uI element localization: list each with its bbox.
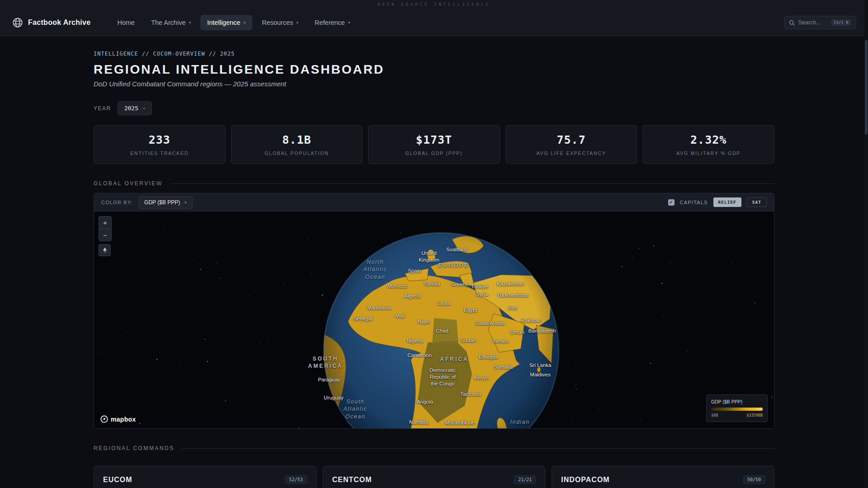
nav-item-reference[interactable]: Reference ▾ (308, 15, 357, 30)
globe-map (94, 211, 774, 428)
main-content: INTELLIGENCE // COCOM-OVERVIEW // 2025 R… (94, 36, 774, 488)
brand-name: Factbook Archive (28, 19, 90, 27)
command-name: EUCOM (103, 476, 132, 484)
chevron-down-icon: ▾ (296, 20, 298, 25)
legend-max: $33590B (746, 413, 763, 418)
brand[interactable]: Factbook Archive (12, 17, 90, 28)
globe-logo-icon (12, 17, 24, 28)
search-input[interactable]: Search... Ctrl K (784, 16, 856, 29)
stat-card-gdp: $173T GLOBAL GDP (PPP) (368, 125, 500, 164)
chevron-down-icon: ▾ (348, 20, 350, 25)
page-title: REGIONAL INTELLIGENCE DASHBOARD (94, 62, 774, 77)
scrollbar-thumb[interactable] (865, 40, 868, 135)
map-panel: COLOR BY: GDP ($B PPP) ▾ ✓ CAPITALS RELI… (94, 193, 774, 429)
relief-button[interactable]: RELIEF (713, 197, 741, 207)
command-card-centcom[interactable]: CENTCOM 21/21 MIDDLE EAST & CENTRAL ASIA… (323, 466, 546, 488)
zoom-in-button[interactable]: + (99, 216, 111, 229)
main-nav: Home The Archive ▾ Intelligence ▾ Resour… (110, 15, 357, 30)
capitals-label: CAPITALS (680, 200, 708, 205)
stats-grid: 233 ENTITIES TRACKED 8.1B GLOBAL POPULAT… (94, 125, 774, 164)
overline-text: OPEN SOURCE INTELLIGENCE (12, 2, 856, 9)
year-label: YEAR (94, 105, 111, 112)
nav-item-resources[interactable]: Resources ▾ (255, 15, 305, 30)
stat-card-military-gdp: 2.32% AVG MILITARY % GDP (642, 125, 774, 164)
regional-commands-grid: EUCOM 52/53 EUROPE & EURASIA 844M POPULA… (94, 466, 774, 488)
command-badge: 50/50 (743, 475, 765, 484)
capitals-checkbox[interactable]: ✓ (668, 199, 675, 206)
search-placeholder: Search... (798, 19, 821, 26)
map-canvas[interactable]: SvalbardUnited KingdomEUROPENorth Atlant… (94, 211, 774, 428)
legend-min: $0B (711, 413, 718, 418)
nav-item-home[interactable]: Home (110, 15, 142, 30)
nav-item-the-archive[interactable]: The Archive ▾ (144, 15, 198, 30)
compass-icon (102, 247, 108, 253)
legend-title: GDP ($B PPP) (711, 399, 763, 404)
sat-button[interactable]: SAT (747, 197, 767, 207)
page-subtitle: DoD Unified Combatant Command regions — … (94, 80, 774, 88)
section-divider (170, 183, 774, 184)
stat-card-entities: 233 ENTITIES TRACKED (94, 125, 226, 164)
chevron-down-icon: ▾ (244, 20, 246, 25)
year-select[interactable]: 2025 ▾ (118, 101, 152, 115)
mapbox-icon (100, 415, 108, 423)
stat-card-population: 8.1B GLOBAL POPULATION (231, 125, 363, 164)
map-zoom-controls: + − (99, 216, 112, 256)
search-icon (789, 20, 795, 26)
section-label-global-overview: GLOBAL OVERVIEW (94, 180, 163, 187)
nav-item-intelligence[interactable]: Intelligence ▾ (200, 15, 252, 30)
page-scrollbar (864, 0, 868, 488)
command-name: INDOPACOM (561, 476, 609, 484)
command-card-eucom[interactable]: EUCOM 52/53 EUROPE & EURASIA 844M POPULA… (94, 466, 316, 488)
breadcrumb: INTELLIGENCE // COCOM-OVERVIEW // 2025 (94, 51, 774, 57)
search-shortcut-badge: Ctrl K (831, 19, 851, 26)
chevron-down-icon: ▾ (184, 200, 187, 205)
command-badge: 21/21 (514, 475, 536, 484)
command-name: CENTCOM (332, 476, 372, 484)
top-navbar: OPEN SOURCE INTELLIGENCE Factbook Archiv… (0, 0, 868, 36)
map-toolbar: COLOR BY: GDP ($B PPP) ▾ ✓ CAPITALS RELI… (94, 193, 774, 211)
color-by-label: COLOR BY: (101, 200, 133, 205)
mapbox-attribution[interactable]: mapbox (100, 415, 136, 423)
command-card-indopacom[interactable]: INDOPACOM 50/50 INDO-PACIFIC 4.0B POPULA… (552, 466, 774, 488)
chevron-down-icon: ▾ (189, 20, 191, 25)
map-legend: GDP ($B PPP) $0B $33590B (706, 394, 768, 422)
chevron-down-icon: ▾ (143, 106, 145, 111)
section-divider (182, 448, 774, 449)
zoom-out-button[interactable]: − (99, 229, 111, 241)
command-badge: 52/53 (285, 475, 307, 484)
stat-card-life-expectancy: 75.7 AVG LIFE EXPECTANCY (505, 125, 637, 164)
legend-gradient-bar (711, 408, 763, 411)
section-label-regional-commands: REGIONAL COMMANDS (94, 445, 175, 451)
compass-button[interactable] (99, 244, 111, 256)
color-by-select[interactable]: GDP ($B PPP) ▾ (138, 196, 193, 209)
